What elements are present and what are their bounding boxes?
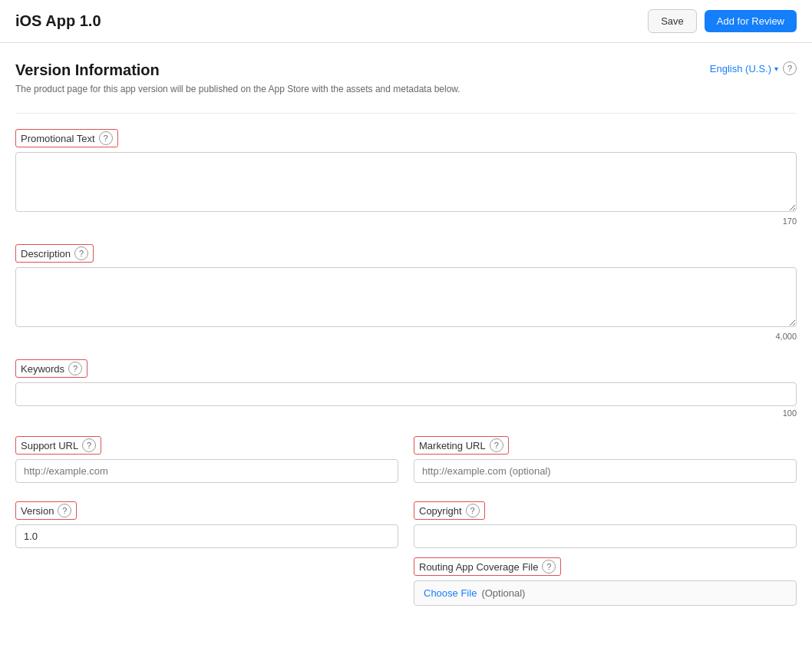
description-input[interactable] xyxy=(15,267,797,327)
version-help-icon[interactable]: ? xyxy=(58,504,71,517)
routing-coverage-label: Routing App Coverage File xyxy=(419,561,538,573)
copyright-label-row: Copyright ? xyxy=(414,501,485,520)
copyright-routing-group: Copyright ? Routing App Coverage File ? … xyxy=(414,501,797,606)
promotional-text-input[interactable] xyxy=(15,152,797,212)
description-help-icon[interactable]: ? xyxy=(74,246,88,260)
version-field-group: Version ? xyxy=(15,501,398,606)
routing-coverage-help-icon[interactable]: ? xyxy=(542,560,556,574)
main-content: Version Information English (U.S.) ▾ ? T… xyxy=(0,43,812,643)
file-chooser[interactable]: Choose File (Optional) xyxy=(414,580,797,606)
promotional-text-label-row: Promotional Text ? xyxy=(15,129,118,147)
save-button[interactable]: Save xyxy=(648,9,697,33)
description-label: Description xyxy=(21,248,71,260)
chevron-down-icon: ▾ xyxy=(774,64,778,73)
choose-file-link[interactable]: Choose File xyxy=(424,587,477,599)
section-subtitle: The product page for this app version wi… xyxy=(15,84,797,94)
version-input[interactable] xyxy=(15,524,398,548)
section-title-group: Version Information xyxy=(15,61,160,79)
marketing-url-label: Marketing URL xyxy=(419,440,486,451)
support-url-label: Support URL xyxy=(21,440,78,451)
promotional-text-char-count: 170 xyxy=(15,217,797,226)
copyright-field-group: Copyright ? xyxy=(414,501,797,548)
keywords-label: Keywords xyxy=(21,363,64,375)
keywords-field-group: Keywords ? 100 xyxy=(15,359,797,418)
url-fields-row: Support URL ? Marketing URL ? xyxy=(15,436,797,483)
marketing-url-input[interactable] xyxy=(414,459,797,483)
support-url-input[interactable] xyxy=(15,459,398,483)
keywords-char-count: 100 xyxy=(15,408,797,418)
routing-coverage-label-row: Routing App Coverage File ? xyxy=(414,557,561,576)
marketing-url-label-row: Marketing URL ? xyxy=(414,436,509,455)
language-selector[interactable]: English (U.S.) ▾ xyxy=(710,63,778,74)
description-label-row: Description ? xyxy=(15,244,94,263)
support-url-help-icon[interactable]: ? xyxy=(82,438,96,452)
keywords-label-row: Keywords ? xyxy=(15,359,87,378)
routing-coverage-field-group: Routing App Coverage File ? Choose File … xyxy=(414,557,797,606)
marketing-url-field-group: Marketing URL ? xyxy=(414,436,797,483)
support-url-field-group: Support URL ? xyxy=(15,436,398,483)
divider xyxy=(15,113,797,114)
marketing-url-help-icon[interactable]: ? xyxy=(490,438,503,452)
version-copyright-row: Version ? Copyright ? Routing App Covera… xyxy=(15,501,797,606)
keywords-input[interactable] xyxy=(15,382,797,406)
promotional-text-label: Promotional Text xyxy=(21,133,95,144)
language-label: English (U.S.) xyxy=(710,63,771,74)
copyright-label: Copyright xyxy=(419,505,462,517)
section-title: Version Information xyxy=(15,61,160,79)
add-for-review-button[interactable]: Add for Review xyxy=(705,10,797,32)
promotional-text-field-group: Promotional Text ? 170 xyxy=(15,129,797,226)
version-label: Version xyxy=(21,505,54,517)
file-optional-label: (Optional) xyxy=(481,587,525,599)
version-label-row: Version ? xyxy=(15,501,77,520)
keywords-help-icon[interactable]: ? xyxy=(68,362,82,375)
copyright-input[interactable] xyxy=(414,524,797,548)
description-char-count: 4,000 xyxy=(15,332,797,341)
section-header: Version Information English (U.S.) ▾ ? xyxy=(15,61,797,79)
language-selector-group[interactable]: English (U.S.) ▾ ? xyxy=(710,61,797,75)
app-title: iOS App 1.0 xyxy=(15,12,101,30)
copyright-help-icon[interactable]: ? xyxy=(466,504,480,517)
section-help-icon[interactable]: ? xyxy=(783,61,797,75)
description-field-group: Description ? 4,000 xyxy=(15,244,797,341)
support-url-label-row: Support URL ? xyxy=(15,436,101,455)
header-actions: Save Add for Review xyxy=(648,9,797,33)
promotional-text-help-icon[interactable]: ? xyxy=(99,131,113,145)
app-header: iOS App 1.0 Save Add for Review xyxy=(0,0,812,43)
